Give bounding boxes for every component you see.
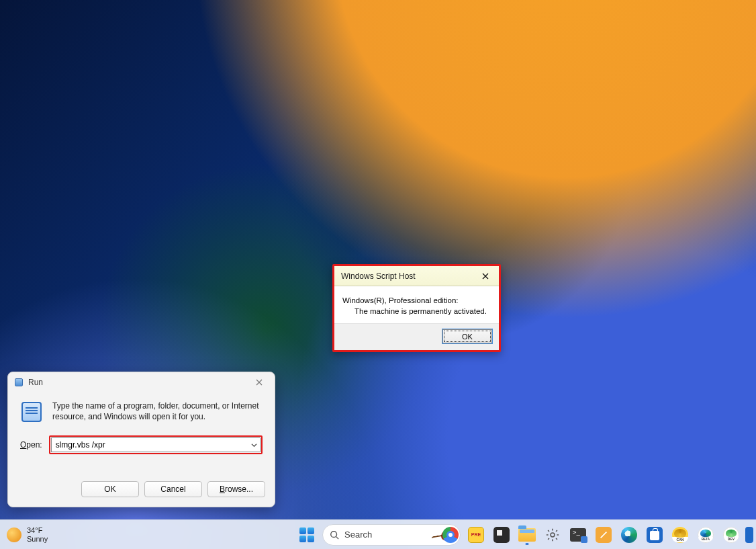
chevron-down-icon[interactable] xyxy=(251,439,257,451)
weather-condition: Sunny xyxy=(27,535,48,544)
taskbar-app-pre[interactable]: PRE xyxy=(465,523,487,546)
taskbar-search-placeholder: Search xyxy=(344,530,425,540)
run-open-label: Open: xyxy=(20,440,42,450)
svg-point-0 xyxy=(331,531,337,537)
edge-canary-icon xyxy=(672,527,688,543)
wsh-footer: OK xyxy=(334,323,499,350)
wsh-body: Windows(R), Professional edition: The ma… xyxy=(334,286,499,323)
wsh-message-line2: The machine is permanently activated. xyxy=(342,306,491,317)
run-titlebar[interactable]: Run xyxy=(8,372,275,392)
edge-dev-icon xyxy=(723,527,739,543)
weather-temperature: 34°F xyxy=(27,526,48,535)
edge-beta-icon xyxy=(698,527,714,543)
run-cancel-button[interactable]: Cancel xyxy=(144,481,202,497)
taskbar-edge-dev[interactable] xyxy=(720,523,743,546)
taskbar-task-view[interactable] xyxy=(490,523,513,546)
taskbar-edge[interactable] xyxy=(618,523,641,546)
taskbar-terminal[interactable] xyxy=(567,523,589,546)
taskbar-weather-widget[interactable]: 34°F Sunny xyxy=(7,520,48,549)
taskbar-store[interactable] xyxy=(643,523,666,546)
taskbar-app-chrome[interactable] xyxy=(439,523,462,546)
wsh-titlebar[interactable]: Windows Script Host xyxy=(334,266,499,286)
wsh-title: Windows Script Host xyxy=(341,271,416,281)
store-icon xyxy=(647,527,663,543)
taskbar: 34°F Sunny Search PRE xyxy=(0,519,756,549)
task-view-icon xyxy=(493,527,510,543)
search-icon xyxy=(330,530,339,540)
tools-icon xyxy=(596,527,612,543)
app-icon xyxy=(745,527,753,543)
taskbar-edge-beta[interactable] xyxy=(694,523,717,546)
windows-script-host-dialog: Windows Script Host Windows(R), Professi… xyxy=(332,264,501,352)
run-browse-button[interactable]: Browse... xyxy=(207,481,265,497)
gear-icon xyxy=(545,527,561,543)
wsh-ok-button[interactable]: OK xyxy=(442,329,492,343)
run-dialog: Run Type the name of a program, folder, … xyxy=(7,372,275,507)
weather-sun-icon xyxy=(7,527,21,542)
close-icon[interactable] xyxy=(249,374,269,390)
taskbar-app-overflow[interactable] xyxy=(745,523,753,546)
run-description: Type the name of a program, folder, docu… xyxy=(52,400,263,423)
start-button[interactable] xyxy=(295,523,318,546)
taskbar-tools[interactable] xyxy=(592,523,615,546)
wsh-message-line1: Windows(R), Professional edition: xyxy=(342,296,491,306)
close-icon[interactable] xyxy=(476,269,495,284)
folder-icon xyxy=(518,528,536,542)
run-ok-button[interactable]: OK xyxy=(81,481,139,497)
taskbar-file-explorer[interactable] xyxy=(516,523,538,546)
pre-icon: PRE xyxy=(468,527,484,543)
chrome-icon xyxy=(442,527,459,543)
run-title: Run xyxy=(28,378,43,387)
svg-point-1 xyxy=(551,533,555,537)
windows-logo-icon xyxy=(297,525,317,545)
terminal-icon xyxy=(570,528,586,542)
run-open-input[interactable] xyxy=(51,437,261,452)
run-open-combobox[interactable] xyxy=(49,435,263,454)
edge-icon xyxy=(621,527,637,543)
taskbar-edge-canary[interactable] xyxy=(669,523,692,546)
taskbar-settings[interactable] xyxy=(541,523,564,546)
run-app-icon xyxy=(20,400,43,423)
run-title-icon xyxy=(13,377,24,388)
